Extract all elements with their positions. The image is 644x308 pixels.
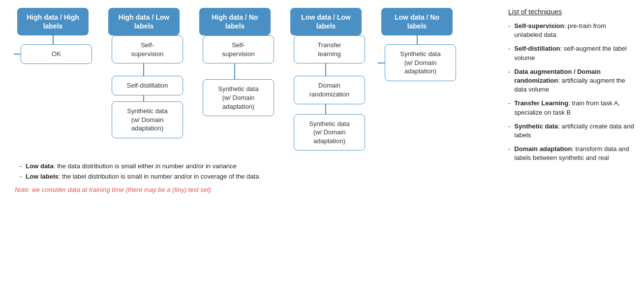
note-desc-1: : the data distribution is small either … [54,162,237,170]
sidebar-term-1: Self-supervision [514,22,564,30]
col5-connector-line [417,35,418,44]
column-1: High data / High labels OK [10,8,96,64]
column-2: High data / Low labels Self-supervision [101,8,187,138]
column-4: Low data / Low labels Transferlearning D… [283,8,369,151]
col2-header: High data / Low labels [108,8,180,35]
sidebar-term-5: Synthetic data [514,123,558,130]
col5-h-line [378,62,385,63]
note-item-1: - Low data: the data distribution is sma… [15,162,496,170]
col3-child-0: Self-supervision [203,35,274,63]
col5-header: Low data / No labels [381,8,453,35]
col5-child-0: Synthetic data(w/ Domainadaptation) [385,44,456,81]
col5-branch: Synthetic data(w/ Domainadaptation) [378,44,456,81]
sidebar-term-2: Self-distillation [514,45,560,52]
sidebar-term-6: Domain adaptation [514,145,572,153]
col2-child-0: Self-supervision [112,35,183,63]
col4-children: Transferlearning Domainrandomization Syn… [294,35,365,151]
main-layout: High data / High labels OK High data / L… [10,8,634,193]
notes-section: - Low data: the data distribution is sma… [15,162,496,193]
col2-children: Self-supervision Self-distillation Synth… [112,35,183,138]
notes-list: - Low data: the data distribution is sma… [15,162,496,180]
col4-child-0: Transferlearning [294,35,365,63]
column-3: High data / No labels Self-supervision S… [192,8,278,116]
col1-branch: OK [14,44,92,64]
sidebar-item-2: - Self-distillation: self-augment the la… [508,44,634,62]
footnote: Note: we consider data at training time … [15,186,496,193]
col1-child-0: OK [21,44,92,64]
col4-child-2: Synthetic data(w/ Domainadaptation) [294,114,365,151]
col1-header: High data / High labels [17,8,89,35]
sidebar-item-6: - Domain adaptation: transform data and … [508,145,634,162]
col3-children: Self-supervision Synthetic data(w/ Domai… [203,35,274,116]
sidebar: List of techniques - Self-supervision: p… [496,8,634,167]
note-desc-2: : the label distribution is small in num… [59,173,259,180]
note-term-1: Low data [26,162,53,170]
sidebar-item-4: - Transfer Learning: train from task A, … [508,99,634,117]
col3-header: High data / No labels [199,8,271,35]
sidebar-item-3: - Data augmentation / Domain randomizati… [508,67,634,94]
sidebar-term-4: Transfer Learning [514,99,568,107]
sidebar-title: List of techniques [508,8,634,16]
note-term-2: Low labels [26,173,58,180]
col1-h-line [14,54,21,55]
sidebar-item-1: - Self-supervision: pre-train from unlab… [508,22,634,39]
sidebar-list: - Self-supervision: pre-train from unlab… [508,22,634,162]
column-5: Low data / No labels Synthetic data(w/ D… [374,8,460,81]
col2-child-1: Self-distillation [112,76,183,95]
columns-row: High data / High labels OK High data / L… [10,8,496,151]
note-item-2: - Low labels: the label distribution is … [15,173,496,180]
col4-child-1: Domainrandomization [294,76,365,104]
sidebar-item-5: - Synthetic data: artificially create da… [508,122,634,140]
diagram-section: High data / High labels OK High data / L… [10,8,496,193]
col1-connector-line [53,35,54,44]
col4-header: Low data / Low labels [290,8,362,35]
col3-child-1: Synthetic data(w/ Domainadaptation) [203,79,274,116]
col2-child-2: Synthetic data(w/ Domainadaptation) [112,101,183,138]
